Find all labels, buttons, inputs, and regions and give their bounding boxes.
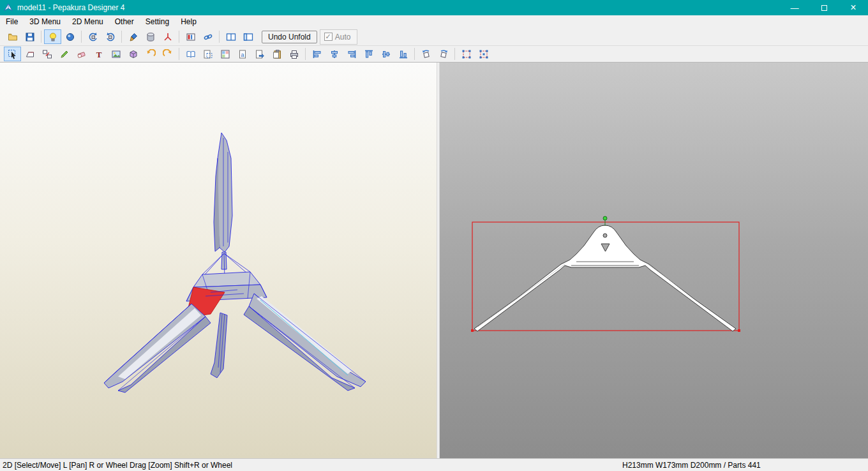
toolbar-2d: T a (0, 46, 868, 63)
open-folder-button[interactable] (4, 29, 21, 44)
align-right-button[interactable] (343, 47, 360, 61)
rotate-part-right-button[interactable] (435, 47, 452, 61)
close-button[interactable]: × (839, 0, 868, 15)
axis-button[interactable] (159, 29, 176, 44)
layout-two-panes-icon (226, 32, 236, 42)
material-cylinder-button[interactable] (142, 29, 159, 44)
page-letter-icon: a (237, 49, 248, 59)
menu-bar: File 3D Menu 2D Menu Other Setting Help (0, 15, 868, 28)
2d-pattern (440, 63, 868, 458)
pencil-draw-button[interactable] (56, 47, 73, 61)
app-window: model11 - Pepakura Designer 4 — × File 3… (0, 0, 868, 471)
undo-unfold-button[interactable]: Undo Unfold (262, 31, 317, 43)
light-bulb-icon (48, 32, 58, 42)
join-divide-button[interactable] (38, 47, 56, 61)
align-top-icon (364, 49, 374, 59)
join-divide-icon (42, 49, 52, 59)
undo-icon (146, 49, 156, 59)
select-move-button[interactable] (4, 47, 21, 61)
eraser-button[interactable] (73, 47, 90, 61)
svg-text:T: T (96, 49, 101, 59)
redo-icon (163, 49, 173, 59)
rotate-model-right-button[interactable] (101, 29, 119, 44)
svg-text:a: a (241, 51, 244, 57)
material-box-button[interactable] (124, 47, 142, 61)
pencil-draw-icon (59, 49, 70, 59)
multi-select-button[interactable] (475, 47, 492, 61)
texture-split-icon (186, 32, 196, 42)
rotate-part-left-button[interactable] (417, 47, 435, 61)
link-view-icon (203, 32, 213, 42)
layout-single-pane-button[interactable] (239, 29, 257, 44)
2d-view[interactable] (440, 63, 868, 458)
multi-select-icon (479, 49, 489, 59)
menu-2d-menu[interactable]: 2D Menu (66, 15, 109, 28)
rotate-part-left-icon (421, 49, 431, 59)
rotate-part-right-icon (438, 49, 449, 59)
save-button[interactable] (21, 29, 38, 44)
group-select-icon (461, 49, 472, 59)
undo-button[interactable] (142, 47, 159, 61)
select-move-icon (8, 49, 18, 59)
menu-help[interactable]: Help (175, 15, 202, 28)
image-button[interactable] (107, 47, 124, 61)
3d-view[interactable] (0, 63, 437, 458)
menu-3d-menu[interactable]: 3D Menu (24, 15, 66, 28)
rotate-model-left-icon (88, 32, 98, 42)
toolbar-main: Undo Unfold ✓ Auto (0, 28, 868, 46)
status-hint: 2D [Select/Move] L [Pan] R or Wheel Drag… (3, 461, 232, 470)
menu-other[interactable]: Other (109, 15, 140, 28)
open-folder-icon (8, 32, 18, 42)
export-page-icon (255, 49, 265, 59)
text-button[interactable]: T (90, 47, 107, 61)
material-cylinder-icon (146, 32, 156, 42)
open-book-icon (186, 49, 196, 59)
close-icon: × (850, 2, 856, 13)
paint-brush-icon (128, 32, 138, 42)
align-middle-icon (381, 49, 391, 59)
select-parts-button[interactable] (199, 47, 216, 61)
link-view-button[interactable] (199, 29, 216, 44)
print-icon (289, 49, 299, 59)
align-top-button[interactable] (360, 47, 377, 61)
arrange-parts-button[interactable] (216, 47, 234, 61)
open-book-button[interactable] (182, 47, 199, 61)
align-left-button[interactable] (308, 47, 326, 61)
main-area (0, 63, 868, 458)
print-button[interactable] (285, 47, 303, 61)
eraser-icon (77, 49, 87, 59)
unfolded-part (474, 225, 736, 331)
arrange-parts-icon (220, 49, 230, 59)
copy-clipboard-icon (272, 49, 282, 59)
window-title: model11 - Pepakura Designer 4 (17, 3, 125, 12)
status-model-info: H213mm W173mm D200mm / Parts 441 (622, 461, 761, 470)
align-right-icon (347, 49, 357, 59)
maximize-icon (821, 5, 827, 11)
align-center-horizontal-button[interactable] (326, 47, 343, 61)
align-bottom-button[interactable] (394, 47, 412, 61)
material-box-icon (128, 49, 138, 59)
menu-file[interactable]: File (0, 15, 24, 28)
auto-checkbox[interactable]: ✓ (324, 33, 333, 41)
maximize-button[interactable] (809, 0, 839, 15)
texture-split-button[interactable] (182, 29, 199, 44)
auto-group: ✓ Auto (320, 29, 358, 45)
align-middle-button[interactable] (377, 47, 394, 61)
view-3d-button[interactable] (61, 29, 79, 44)
minimize-button[interactable]: — (780, 0, 809, 15)
page-letter-button[interactable]: a (234, 47, 251, 61)
layout-single-pane-icon (243, 32, 253, 42)
copy-clipboard-button[interactable] (268, 47, 285, 61)
edit-flaps-button[interactable] (21, 47, 38, 61)
group-select-button[interactable] (458, 47, 475, 61)
light-button[interactable] (44, 29, 61, 44)
rotate-model-left-button[interactable] (84, 29, 101, 44)
layout-two-panes-button[interactable] (222, 29, 239, 44)
paint-brush-button[interactable] (124, 29, 142, 44)
title-bar: model11 - Pepakura Designer 4 — × (0, 0, 868, 15)
redo-button[interactable] (159, 47, 176, 61)
export-page-button[interactable] (251, 47, 268, 61)
axis-icon (163, 32, 173, 42)
3d-model (0, 63, 437, 458)
menu-setting[interactable]: Setting (140, 15, 175, 28)
